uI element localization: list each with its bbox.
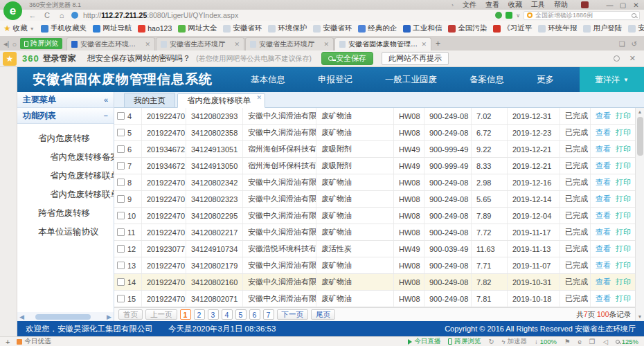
menu-help[interactable]: 帮助 — [554, 0, 568, 10]
row-checkbox[interactable] — [117, 145, 125, 153]
view-link[interactable]: 查看 — [596, 227, 611, 237]
restore-tabs-icon[interactable]: ❏ — [619, 40, 625, 48]
table-row[interactable]: 6 201934672 34124913051 宿州海创环保科技有限... 废吸… — [114, 141, 635, 158]
prev-page-button[interactable]: 上一页 — [145, 309, 177, 320]
search-input[interactable]: 全国新增确诊1886例 — [535, 11, 629, 20]
row-checkbox[interactable] — [117, 262, 125, 269]
scroll-down-icon[interactable]: ▼ — [638, 314, 643, 320]
view-link[interactable]: 查看 — [596, 177, 611, 188]
table-row[interactable]: 8 201922470 34120802342 安徽中久润滑油有限公... 废矿… — [114, 174, 635, 191]
page-number-button[interactable]: 7 — [263, 309, 274, 320]
view-link[interactable]: 查看 — [596, 127, 611, 138]
bookmark-item[interactable]: 用户登陆 — [583, 24, 622, 33]
view-link[interactable]: 查看 — [596, 161, 611, 171]
nav-basic-info[interactable]: 基本信息 — [251, 74, 285, 86]
table-row[interactable]: 12 201923077 34124910734 安徽浩悦环境科技有限... 废… — [114, 241, 635, 257]
daily-pick-item[interactable]: 今日优选 — [17, 337, 51, 346]
compat-mode-icon[interactable]: e — [578, 338, 582, 345]
view-link[interactable]: 查看 — [596, 194, 611, 204]
table-row[interactable]: 13 201922470 34120802179 安徽中久润滑油有限公... 废… — [114, 257, 635, 274]
table-row[interactable]: 10 201922470 34120802295 安徽中久润滑油有限公... 废… — [114, 208, 635, 224]
sidebar-toggle-icon[interactable]: ◂| — [3, 39, 9, 48]
print-link[interactable]: 打印 — [616, 161, 631, 171]
first-page-button[interactable]: 首页 — [118, 309, 143, 320]
row-checkbox[interactable] — [117, 228, 125, 236]
sidebar-horizontal-scrollbar[interactable]: ◀ ▶ — [17, 312, 114, 321]
bookmark-item[interactable]: 网址导航 — [93, 24, 132, 33]
nav-record-info[interactable]: 备案信息 — [469, 74, 504, 86]
sidebar-collapse-icon[interactable]: « — [104, 95, 108, 104]
row-checkbox[interactable] — [117, 212, 125, 219]
sidebar-menu-item[interactable]: 本单位运输协议 — [17, 223, 114, 242]
page-number-button[interactable]: 6 — [249, 309, 260, 320]
view-link[interactable]: 查看 — [596, 144, 611, 154]
bookmark-item[interactable]: hao123 — [138, 24, 172, 33]
security-icon[interactable] — [495, 12, 502, 19]
sidebar-menu-item[interactable]: 省内危废转移 — [17, 129, 114, 148]
print-link[interactable]: 打印 — [616, 194, 631, 204]
tab-close-icon[interactable]: ✕ — [422, 41, 427, 48]
print-link[interactable]: 打印 — [616, 244, 631, 254]
row-checkbox[interactable] — [117, 245, 125, 253]
table-row[interactable]: 7 201934672 34124913050 宿州海创环保科技有限... 废吸… — [114, 158, 635, 174]
print-link[interactable]: 打印 — [616, 177, 631, 188]
browser-tab[interactable]: 安徽省生态环境厅_百度搜索 ✕ — [66, 37, 155, 51]
row-checkbox[interactable] — [117, 162, 125, 170]
view-link[interactable]: 查看 — [596, 277, 611, 287]
last-page-button[interactable]: 尾页 — [311, 309, 335, 320]
maximize-button[interactable]: ▢ — [616, 1, 629, 9]
next-page-button[interactable]: 下一页 — [277, 309, 309, 320]
page-number-button[interactable]: 5 — [235, 309, 247, 320]
bookmark-item[interactable]: 安徽省环 — [223, 24, 262, 33]
browser-tab[interactable]: 安徽省固体废物管理信息系统 ✕ — [334, 37, 431, 51]
promo-icon[interactable] — [581, 1, 589, 8]
print-link[interactable]: 打印 — [616, 277, 631, 287]
nav-industrial-waste[interactable]: 一般工业固废 — [385, 74, 437, 86]
statusbar-add-icon[interactable]: + — [6, 338, 10, 346]
bookmark-item[interactable]: 环统年报 — [538, 24, 577, 33]
vscroll-thumb[interactable] — [637, 117, 643, 156]
row-checkbox[interactable] — [117, 179, 125, 186]
print-link[interactable]: 打印 — [616, 260, 631, 271]
url-field[interactable]: http://112.27.211.25:8080/LigerUI/QYInde… — [83, 11, 238, 19]
menu-view[interactable]: 查看 — [485, 0, 499, 10]
browser-tab[interactable]: 安徽省生态环境厅 ✕ — [156, 37, 244, 51]
page-number-button[interactable]: 1 — [180, 309, 191, 320]
tab-manifest[interactable]: 省内危废转移联单 ✕ — [177, 93, 265, 108]
sidebar-menu-item[interactable]: 省内危废转移联单 — [17, 167, 114, 185]
sidebar-menu-item[interactable]: 省内危废转移备案 — [17, 148, 114, 167]
bookmark-item[interactable]: 环境保护 — [268, 24, 307, 33]
bookmark-item[interactable]: 全国污染 — [448, 24, 487, 33]
row-checkbox[interactable] — [117, 295, 125, 302]
user-menu[interactable]: 董洋洋 ▼ — [580, 67, 644, 92]
print-link[interactable]: 打印 — [616, 127, 631, 138]
bookmark-item[interactable]: 安徽省重 — [628, 24, 644, 33]
bookmark-item[interactable]: 安徽省环 — [313, 24, 352, 33]
panel-minus-icon[interactable]: − — [104, 111, 108, 120]
url-dropdown-icon[interactable]: ∨ — [516, 12, 520, 19]
extension-icon[interactable] — [506, 12, 512, 19]
sidebar-panel-functions[interactable]: 功能列表 − — [17, 108, 114, 124]
back-icon[interactable]: ← — [28, 11, 37, 19]
tab-close-icon[interactable]: ✕ — [324, 41, 330, 48]
windows-icon[interactable]: ❐ — [589, 338, 596, 345]
mute-icon[interactable]: ◁ — [602, 338, 607, 345]
row-checkbox[interactable] — [117, 195, 125, 203]
bookmark-item[interactable]: 手机收藏夹 — [41, 24, 87, 33]
flag-icon[interactable]: ⚑ — [564, 338, 571, 345]
tab-close-icon[interactable]: ✕ — [145, 41, 151, 48]
page-number-button[interactable]: 3 — [208, 309, 219, 320]
view-link[interactable]: 查看 — [596, 111, 611, 121]
tab-my-home[interactable]: 我的主页 — [124, 93, 175, 107]
zoom-item[interactable]: 125% — [616, 338, 638, 345]
print-link[interactable]: 打印 — [616, 111, 631, 121]
cross-screen-button[interactable]: 跨屏浏览 — [20, 38, 62, 49]
table-row[interactable]: 9 201922470 34120802323 安徽中久润滑油有限公... 废矿… — [114, 191, 635, 208]
bookmark-item[interactable]: 经典的企 — [358, 24, 397, 33]
view-link[interactable]: 查看 — [596, 210, 611, 221]
home-icon[interactable]: ⌂ — [57, 11, 66, 19]
dismiss-site-button[interactable]: 此网站不再提示 — [382, 52, 449, 65]
sidebar-menu-item[interactable]: 跨省危废转移 — [17, 204, 114, 223]
browser-360-logo-icon[interactable]: e — [3, 1, 22, 20]
scroll-thumb[interactable] — [35, 314, 91, 320]
